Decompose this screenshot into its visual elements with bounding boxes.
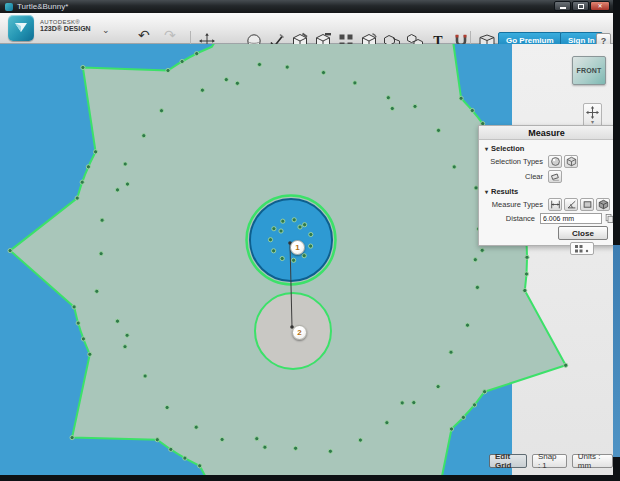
undo-button[interactable]: ↶ [138, 28, 150, 42]
minimize-button[interactable] [554, 1, 571, 11]
measure-panel-title[interactable]: Measure [479, 126, 613, 140]
sketch-point[interactable] [449, 350, 453, 354]
sketch-point[interactable] [86, 165, 90, 169]
measure-point-marker-2[interactable]: 2 [292, 325, 307, 340]
sketch-point[interactable] [165, 405, 169, 409]
sketch-point[interactable] [436, 385, 440, 389]
clear-selection-button[interactable] [548, 170, 562, 183]
selection-section-header[interactable]: ▾ Selection [485, 144, 613, 153]
sketch-point[interactable] [449, 427, 453, 431]
sketch-point[interactable] [99, 252, 103, 256]
close-measure-button[interactable]: Close [558, 226, 608, 240]
sketch-point[interactable] [235, 81, 239, 85]
measure-distance-button[interactable] [548, 198, 562, 211]
sketch-point[interactable] [523, 288, 527, 292]
redo-button[interactable]: ↷ [164, 28, 176, 42]
sketch-point[interactable] [309, 232, 313, 236]
sketch-point[interactable] [198, 464, 202, 468]
sketch-point[interactable] [88, 352, 92, 356]
measure-point-marker-1[interactable]: 1 [290, 240, 305, 255]
sketch-point[interactable] [169, 447, 173, 451]
sketch-point[interactable] [155, 438, 159, 442]
sketch-point[interactable] [321, 71, 325, 75]
sketch-point[interactable] [412, 401, 416, 405]
edit-grid-button[interactable]: Edit Grid [489, 454, 527, 468]
copy-value-button[interactable] [605, 213, 613, 224]
sketch-point[interactable] [294, 446, 298, 450]
sketch-point[interactable] [302, 254, 306, 258]
sketch-point[interactable] [224, 78, 228, 82]
sketch-point[interactable] [303, 223, 307, 227]
sketch-point[interactable] [123, 162, 127, 166]
sketch-point[interactable] [166, 68, 170, 72]
sketch-point[interactable] [75, 196, 79, 200]
measure-volume-button[interactable] [596, 198, 610, 211]
distance-value-field[interactable] [540, 213, 602, 224]
sketch-point[interactable] [268, 238, 272, 242]
sketch-point[interactable] [564, 363, 568, 367]
sketch-point[interactable] [281, 219, 285, 223]
sketch-point[interactable] [280, 256, 284, 260]
sketch-point[interactable] [461, 415, 465, 419]
sketch-point[interactable] [183, 456, 187, 460]
sketch-point[interactable] [115, 188, 119, 192]
sketch-point[interactable] [483, 390, 487, 394]
sketch-point[interactable] [143, 374, 147, 378]
app-menu-button[interactable] [8, 15, 34, 41]
sketch-point[interactable] [292, 218, 296, 222]
maximize-button[interactable] [572, 1, 589, 11]
select-point-type-button[interactable] [548, 155, 562, 168]
sketch-point[interactable] [279, 229, 283, 233]
sketch-point[interactable] [309, 244, 313, 248]
sketch-point[interactable] [81, 337, 85, 341]
close-window-button[interactable]: ✕ [590, 1, 610, 11]
sketch-point[interactable] [95, 289, 99, 293]
sketch-point[interactable] [272, 249, 276, 253]
sketch-point[interactable] [465, 323, 469, 327]
viewcube-front[interactable]: FRONT [572, 56, 606, 85]
sketch-point[interactable] [328, 449, 332, 453]
window-titlebar[interactable]: Turtle&Bunny* ✕ [0, 0, 613, 13]
chevron-down-icon[interactable]: ⌄ [102, 25, 110, 35]
sketch-point[interactable] [525, 255, 529, 259]
sketch-point[interactable] [459, 96, 463, 100]
sketch-point[interactable] [480, 248, 484, 252]
sketch-point[interactable] [285, 65, 289, 69]
viewport[interactable]: 1 2 FRONT ▾ Measure ▾ Selection [0, 44, 613, 475]
sketch-point[interactable] [470, 108, 474, 112]
sketch-point[interactable] [472, 403, 476, 407]
sketch-point[interactable] [159, 109, 163, 113]
measure-angle-button[interactable] [564, 198, 578, 211]
sketch-point[interactable] [475, 285, 479, 289]
sketch-point[interactable] [524, 272, 528, 276]
sketch-point[interactable] [473, 258, 477, 262]
sketch-point[interactable] [125, 182, 129, 186]
sketch-point[interactable] [72, 305, 76, 309]
sketch-point[interactable] [81, 65, 85, 69]
sketch-point[interactable] [353, 81, 357, 85]
sketch-point[interactable] [200, 88, 204, 92]
results-section-header[interactable]: ▾ Results [485, 187, 613, 196]
snap-button[interactable]: Snap : 1 [532, 454, 567, 468]
sketch-point[interactable] [180, 59, 184, 63]
sketch-point[interactable] [76, 321, 80, 325]
sketch-point[interactable] [400, 401, 404, 405]
sketch-point[interactable] [298, 225, 302, 229]
sketch-point[interactable] [100, 218, 104, 222]
sketch-point[interactable] [292, 258, 296, 262]
sketch-point[interactable] [70, 436, 74, 440]
units-button[interactable]: Units : mm [572, 454, 613, 468]
measure-mini-widget[interactable] [570, 242, 594, 255]
sketch-point[interactable] [125, 333, 129, 337]
sketch-point[interactable] [220, 437, 224, 441]
sketch-point[interactable] [194, 425, 198, 429]
sketch-point[interactable] [115, 319, 119, 323]
sketch-point[interactable] [123, 345, 127, 349]
sketch-point[interactable] [263, 445, 267, 449]
select-solid-type-button[interactable] [564, 155, 578, 168]
sketch-point[interactable] [385, 421, 389, 425]
sketch-point[interactable] [390, 106, 394, 110]
sketch-point[interactable] [452, 165, 456, 169]
sketch-point[interactable] [436, 128, 440, 132]
sketch-point[interactable] [80, 180, 84, 184]
